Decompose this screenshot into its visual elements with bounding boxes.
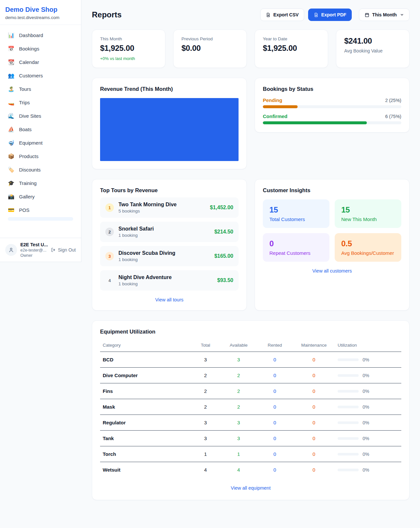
- bookings-by-status-card: Bookings by Status Pending 2 (25%) Confi…: [255, 78, 410, 132]
- tour-name: Night Dive Adventure: [118, 274, 172, 280]
- person-icon: [8, 247, 14, 253]
- user-meta: E2E Test U... e2e-tester@... Owner: [20, 242, 48, 258]
- insight-value: 0.5: [341, 239, 395, 248]
- sidebar-item-label: Discounts: [19, 167, 41, 173]
- sidebar-item-equipment[interactable]: 🤿 Equipment: [4, 136, 77, 149]
- sign-out-button[interactable]: Sign Out: [51, 247, 76, 253]
- cell-utilization: 0%: [335, 431, 401, 446]
- cell-total: 3: [190, 352, 220, 368]
- user-role: Owner: [20, 253, 48, 258]
- cell-total: 1: [190, 446, 220, 462]
- tour-revenue: $1,452.00: [210, 205, 233, 211]
- export-csv-button[interactable]: Export CSV: [260, 9, 304, 21]
- cell-rented: 0: [257, 352, 293, 368]
- cell-total: 2: [190, 368, 220, 383]
- cell-total: 4: [190, 462, 220, 478]
- export-pdf-button[interactable]: Export PDF: [308, 9, 352, 21]
- tour-row: 3 Discover Scuba Diving 1 booking $165.0…: [100, 246, 239, 266]
- sidebar-item-label: Training: [19, 180, 37, 186]
- stats-row: This Month $1,925.00 +0% vs last month P…: [92, 30, 410, 68]
- utilization-track: [338, 421, 359, 424]
- insight-value: 15: [269, 205, 323, 214]
- stat-delta: +0% vs last month: [100, 56, 157, 61]
- speedboat-icon: 🚤: [8, 99, 14, 106]
- sidebar-item-bookings[interactable]: 📅 Bookings: [4, 42, 77, 55]
- utilization-percent: 0%: [363, 436, 369, 441]
- cell-utilization: 0%: [335, 446, 401, 462]
- customer-insights-card: Customer Insights 15 Total Customers 15 …: [255, 179, 410, 311]
- package-icon: 📦: [8, 153, 14, 159]
- sidebar-item-pos[interactable]: 💳 POS: [4, 204, 77, 216]
- cell-available: 1: [220, 446, 257, 462]
- cell-utilization: 0%: [335, 383, 401, 399]
- tour-row: 1 Two Tank Morning Dive 5 bookings $1,45…: [100, 197, 239, 218]
- stat-value: $241.00: [344, 36, 401, 46]
- status-label: Pending: [263, 97, 282, 103]
- period-dropdown[interactable]: This Month: [359, 9, 410, 21]
- sidebar-item-trips[interactable]: 🚤 Trips: [4, 96, 77, 109]
- table-row: Tank 3 3 0 0 0%: [100, 431, 401, 446]
- cell-available: 4: [220, 462, 257, 478]
- utilization-percent: 0%: [363, 404, 369, 410]
- cell-available: 2: [220, 399, 257, 415]
- wave-icon: 🌊: [8, 113, 14, 119]
- sidebar-item-calendar[interactable]: 📆 Calendar: [4, 56, 77, 69]
- sidebar-item-customers[interactable]: 👥 Customers: [4, 69, 77, 82]
- tour-revenue: $214.50: [214, 229, 233, 235]
- sidebar-item-boats[interactable]: ⛵ Boats: [4, 123, 77, 136]
- credit-card-icon: 💳: [8, 207, 14, 213]
- sidebar-item-label: Products: [19, 153, 38, 159]
- charts-row: Revenue Trend (This Month) Bookings by S…: [92, 78, 410, 169]
- insight-tile-avg-bookings: 0.5 Avg Bookings/Customer: [335, 233, 401, 262]
- sidebar-item-label: POS: [19, 207, 30, 213]
- sidebar-item-products[interactable]: 📦 Products: [4, 150, 77, 163]
- cell-maintenance: 0: [293, 431, 335, 446]
- cell-maintenance: 0: [293, 352, 335, 368]
- insight-label: New This Month: [341, 216, 395, 222]
- tour-name: Two Tank Morning Dive: [118, 202, 177, 208]
- sidebar-nav: 📊 Dashboard 📅 Bookings 📆 Calendar 👥 Cust…: [0, 25, 81, 238]
- sidebar-item-gallery[interactable]: 📸 Gallery: [4, 190, 77, 203]
- table-header-row: Category Total Available Rented Maintena…: [100, 339, 401, 352]
- chevron-down-icon: [400, 13, 404, 17]
- sidebar-item-tours[interactable]: 🏝️ Tours: [4, 83, 77, 95]
- insight-value: 0: [269, 239, 323, 248]
- sidebar-item-reports-active-partial[interactable]: [8, 217, 73, 221]
- sidebar-item-dashboard[interactable]: 📊 Dashboard: [4, 29, 77, 42]
- main-content: Reports Export CSV Export PDF: [81, 0, 420, 513]
- stat-label: Previous Period: [181, 36, 239, 41]
- insight-tile-new-this-month: 15 New This Month: [335, 199, 401, 228]
- sidebar-item-training[interactable]: 🎓 Training: [4, 177, 77, 190]
- view-all-tours-link[interactable]: View all tours: [100, 297, 239, 302]
- cell-total: 3: [190, 415, 220, 431]
- cell-utilization: 0%: [335, 415, 401, 431]
- utilization-percent: 0%: [363, 467, 369, 473]
- page-title: Reports: [92, 10, 122, 19]
- header-actions: Export CSV Export PDF This Month: [260, 9, 410, 21]
- cell-category: BCD: [100, 352, 190, 368]
- sidebar-item-discounts[interactable]: 🏷️ Discounts: [4, 163, 77, 176]
- col-header-maintenance: Maintenance: [293, 339, 335, 352]
- sidebar-item-label: Dive Sites: [19, 113, 41, 119]
- rank-badge: 2: [105, 228, 114, 236]
- col-header-rented: Rented: [257, 339, 293, 352]
- sidebar-header: Demo Dive Shop demo.test.divestreams.com: [0, 0, 81, 25]
- cell-maintenance: 0: [293, 368, 335, 383]
- insights-row: Top Tours by Revenue 1 Two Tank Morning …: [92, 179, 410, 311]
- utilization-percent: 0%: [363, 373, 369, 378]
- stat-value: $1,925.00: [100, 44, 157, 53]
- shop-name-link[interactable]: Demo Dive Shop: [5, 6, 76, 13]
- revenue-trend-title: Revenue Trend (This Month): [100, 86, 239, 92]
- logout-icon: [51, 247, 56, 253]
- view-all-customers-link[interactable]: View all customers: [263, 268, 401, 274]
- col-header-total: Total: [190, 339, 220, 352]
- table-row: Fins 2 2 0 0 0%: [100, 383, 401, 399]
- tour-bookings: 1 booking: [118, 257, 175, 262]
- tour-row: 2 Snorkel Safari 1 booking $214.50: [100, 222, 239, 242]
- revenue-trend-card: Revenue Trend (This Month): [92, 78, 247, 169]
- utilization-track: [338, 469, 359, 471]
- cell-category: Tank: [100, 431, 190, 446]
- sidebar-item-dive-sites[interactable]: 🌊 Dive Sites: [4, 110, 77, 122]
- view-all-equipment-link[interactable]: View all equipment: [100, 485, 401, 491]
- sidebar-user-footer: E2E Test U... e2e-tester@... Owner Sign …: [0, 238, 81, 262]
